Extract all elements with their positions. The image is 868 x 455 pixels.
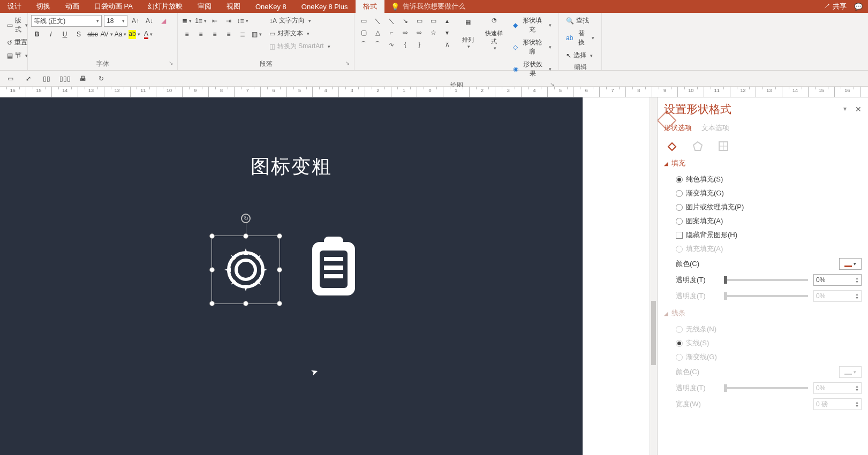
shape-arrow-line[interactable]: ↘ bbox=[399, 15, 411, 27]
decrease-indent-button[interactable]: ⇤ bbox=[209, 15, 221, 27]
align-text-button[interactable]: ▭对齐文本 bbox=[266, 28, 334, 39]
fill-color-button[interactable]: ▾ bbox=[839, 258, 862, 270]
shape-fill-button[interactable]: ◆形状填充 bbox=[509, 15, 555, 35]
clear-formatting-button[interactable]: ◢ bbox=[157, 15, 169, 27]
find-button[interactable]: 🔍查找 bbox=[562, 15, 598, 26]
shape-rect3[interactable]: ▭ bbox=[427, 15, 439, 27]
tab-format[interactable]: 格式 bbox=[356, 0, 384, 13]
select-button[interactable]: ↖选择 bbox=[562, 50, 598, 61]
shape-arrow[interactable]: ⇨ bbox=[399, 27, 411, 39]
gallery-down[interactable]: ▾ bbox=[441, 27, 453, 39]
subtab-shape-options[interactable]: 形状选项 bbox=[664, 123, 692, 133]
qat-btn-2[interactable]: ⤢ bbox=[22, 73, 34, 85]
pane-menu-caret[interactable]: ▾ bbox=[843, 105, 847, 113]
convert-smartart-button[interactable]: ◫转换为 SmartArt bbox=[266, 41, 334, 52]
numbering-button[interactable]: 1≡ bbox=[195, 15, 207, 27]
gallery-up[interactable]: ▴ bbox=[441, 15, 453, 27]
shadow-button[interactable]: S bbox=[73, 28, 85, 40]
char-spacing-button[interactable]: AV bbox=[101, 28, 112, 40]
resize-handle-s[interactable] bbox=[243, 301, 248, 306]
highlight-button[interactable]: ab bbox=[129, 28, 140, 40]
resize-handle-se[interactable] bbox=[277, 301, 282, 306]
tab-onekey8plus[interactable]: OneKey 8 Plus bbox=[294, 0, 356, 13]
resize-handle-w[interactable] bbox=[209, 267, 215, 272]
qat-btn-5[interactable]: 🖶 bbox=[77, 73, 89, 85]
font-launcher[interactable]: ↘ bbox=[169, 60, 173, 66]
tab-onekey8[interactable]: OneKey 8 bbox=[248, 0, 294, 13]
align-left-button[interactable]: ≡ bbox=[181, 28, 193, 40]
strikethrough-button[interactable]: abc bbox=[87, 28, 99, 40]
fill-picture-option[interactable]: 图片或纹理填充(P) bbox=[664, 200, 862, 214]
justify-button[interactable]: ≡ bbox=[223, 28, 235, 40]
qat-btn-6[interactable]: ↻ bbox=[95, 73, 107, 85]
underline-button[interactable]: U bbox=[59, 28, 71, 40]
distributed-button[interactable]: ≣ bbox=[237, 28, 248, 40]
shape-blank[interactable] bbox=[427, 39, 439, 50]
gallery-more[interactable]: ⊼ bbox=[441, 39, 453, 50]
font-name-combo[interactable]: 等线 (正文)▾ bbox=[31, 15, 102, 27]
resize-handle-nw[interactable] bbox=[209, 233, 215, 239]
resize-handle-ne[interactable] bbox=[277, 233, 282, 239]
fill-gradient-option[interactable]: 渐变填充(G) bbox=[664, 186, 862, 200]
fill-solid-option[interactable]: 纯色填充(S) bbox=[664, 172, 862, 186]
font-size-combo[interactable]: 18▾ bbox=[104, 15, 127, 27]
shape-star[interactable]: ☆ bbox=[427, 27, 439, 39]
shapes-gallery[interactable]: ▭ ＼ ＼ ↘ ▭ ▭ ▴ ▢ △ ⌐ ⇨ ⇨ ☆ ▾ bbox=[358, 15, 453, 50]
shape-effects-button[interactable]: ◉形状效果 bbox=[509, 59, 555, 79]
shape-arrow2[interactable]: ⇨ bbox=[413, 27, 425, 39]
shape-triangle[interactable]: △ bbox=[372, 27, 383, 39]
tab-design[interactable]: 设计 bbox=[0, 0, 29, 13]
quick-styles-button[interactable]: ◔ 快速样式 bbox=[482, 15, 505, 52]
change-case-button[interactable]: Aa bbox=[115, 28, 126, 40]
shape-arc2[interactable]: ⌒ bbox=[372, 39, 383, 50]
bold-button[interactable]: B bbox=[31, 28, 43, 40]
arrange-button[interactable]: ▦ 排列 bbox=[456, 15, 479, 52]
slide-canvas[interactable]: 图标变粗 ↻ bbox=[0, 97, 657, 455]
line-none-option[interactable]: 无线条(N) bbox=[664, 322, 862, 336]
clipboard-icon[interactable] bbox=[308, 236, 359, 300]
resize-handle-sw[interactable] bbox=[209, 301, 215, 306]
category-effects-icon[interactable] bbox=[691, 139, 705, 153]
tab-pa[interactable]: 口袋动画 PA bbox=[87, 0, 140, 13]
shape-curve[interactable]: ∿ bbox=[386, 39, 397, 50]
comments-icon[interactable]: 💬 bbox=[854, 3, 863, 11]
section-line-header[interactable]: ◢ 线条 bbox=[664, 308, 862, 318]
qat-btn-4[interactable]: ▯▯▯ bbox=[59, 73, 71, 85]
fill-pattern-option[interactable]: 图案填充(A) bbox=[664, 214, 862, 228]
rotate-handle[interactable]: ↻ bbox=[241, 214, 251, 223]
line-spacing-button[interactable]: ↕≡ bbox=[237, 15, 248, 27]
shape-rect2[interactable]: ▭ bbox=[413, 15, 425, 27]
tab-animations[interactable]: 动画 bbox=[58, 0, 87, 13]
hide-bg-option[interactable]: 隐藏背景图形(H) bbox=[664, 228, 862, 242]
font-color-button[interactable]: A bbox=[142, 28, 154, 40]
replace-button[interactable]: ab替换 bbox=[562, 28, 598, 48]
increase-indent-button[interactable]: ⇥ bbox=[223, 15, 235, 27]
columns-button[interactable]: ▥ bbox=[251, 28, 262, 40]
subtab-text-options[interactable]: 文本选项 bbox=[701, 123, 729, 133]
resize-handle-e[interactable] bbox=[277, 267, 282, 272]
tab-view[interactable]: 视图 bbox=[219, 0, 248, 13]
category-fill-icon[interactable] bbox=[665, 139, 679, 153]
share-button[interactable]: ↗ 共享 bbox=[824, 2, 847, 11]
align-right-button[interactable]: ≡ bbox=[209, 28, 221, 40]
scrollbar-thumb[interactable] bbox=[651, 301, 656, 365]
transparency-slider[interactable] bbox=[724, 279, 808, 281]
spinner-icon[interactable]: ▲▼ bbox=[855, 276, 859, 284]
text-direction-button[interactable]: ↕A文字方向 bbox=[266, 15, 334, 26]
shape-arc[interactable]: ⌒ bbox=[358, 39, 369, 50]
shape-brace-l[interactable]: { bbox=[399, 39, 411, 50]
shape-roundrect[interactable]: ▢ bbox=[358, 27, 369, 39]
resize-handle-n[interactable] bbox=[243, 233, 248, 239]
shape-line2[interactable]: ＼ bbox=[386, 15, 397, 27]
tab-slideshow[interactable]: 幻灯片放映 bbox=[140, 0, 190, 13]
pane-close-button[interactable]: ✕ bbox=[855, 105, 862, 113]
vertical-scrollbar[interactable] bbox=[650, 97, 657, 455]
shape-line[interactable]: ＼ bbox=[372, 15, 383, 27]
section-fill-header[interactable]: ◢ 填充 bbox=[664, 158, 862, 168]
transparency-input[interactable]: 0% ▲▼ bbox=[813, 274, 862, 286]
tab-review[interactable]: 审阅 bbox=[190, 0, 219, 13]
line-gradient-option[interactable]: 渐变线(G) bbox=[664, 350, 862, 364]
paragraph-launcher[interactable]: ↘ bbox=[345, 60, 350, 66]
shape-brace-r[interactable]: } bbox=[413, 39, 425, 50]
category-size-icon[interactable] bbox=[716, 139, 730, 153]
